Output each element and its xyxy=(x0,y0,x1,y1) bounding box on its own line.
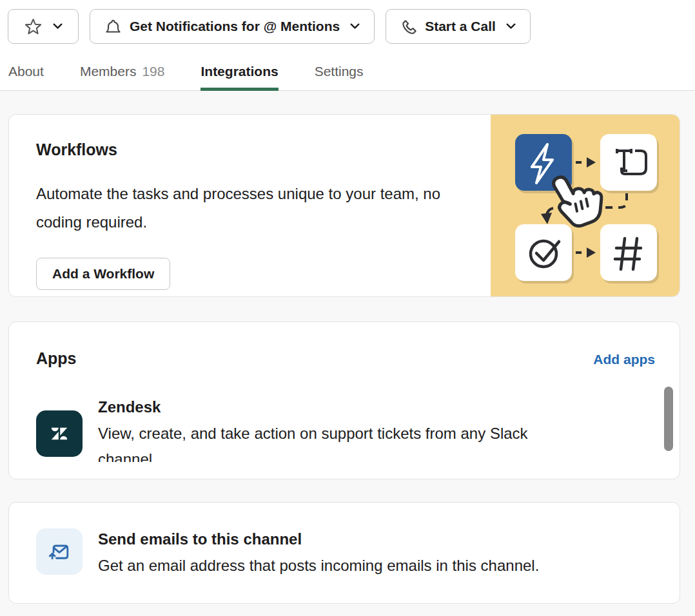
email-icon xyxy=(36,528,83,575)
check-circle-icon xyxy=(515,224,572,281)
app-text-column: Zendesk View, create, and take action on… xyxy=(98,398,575,462)
chevron-down-icon xyxy=(53,23,63,30)
start-call-button[interactable]: Start a Call xyxy=(386,9,531,44)
apps-title: Apps xyxy=(36,349,77,368)
workflows-card: Workflows Automate the tasks and process… xyxy=(8,114,680,297)
chevron-down-icon xyxy=(506,23,516,30)
tab-label: Members xyxy=(80,64,137,79)
apps-scrollbar-thumb[interactable] xyxy=(664,387,673,451)
text-field-icon xyxy=(600,134,657,191)
integrations-panel: Workflows Automate the tasks and process… xyxy=(0,91,695,604)
phone-icon xyxy=(400,18,417,35)
send-emails-title: Send emails to this channel xyxy=(98,530,539,549)
channel-details-header: Get Notifications for @ Mentions Start a… xyxy=(0,0,695,91)
add-workflow-button[interactable]: Add a Workflow xyxy=(36,258,170,290)
tab-members[interactable]: Members198 xyxy=(80,64,165,91)
workflows-illustration xyxy=(491,115,680,296)
email-text-column: Send emails to this channel Get an email… xyxy=(98,530,539,577)
star-icon xyxy=(24,17,43,36)
workflows-description: Automate the tasks and processes unique … xyxy=(36,180,442,236)
send-emails-row[interactable]: Send emails to this channel Get an email… xyxy=(9,503,680,577)
tab-label: Settings xyxy=(315,64,364,79)
tab-label: Integrations xyxy=(201,64,278,79)
chevron-down-icon xyxy=(350,23,360,30)
tab-about[interactable]: About xyxy=(8,64,44,91)
apps-list: Zendesk View, create, and take action on… xyxy=(9,371,680,462)
apps-header: Apps Add apps xyxy=(9,322,680,368)
app-description: View, create, and take action on support… xyxy=(98,421,575,462)
zendesk-logo xyxy=(36,410,83,457)
members-count: 198 xyxy=(142,64,164,79)
tab-bar: About Members198 Integrations Settings xyxy=(0,64,695,91)
notifications-button-label: Get Notifications for @ Mentions xyxy=(130,19,340,34)
bell-icon xyxy=(104,18,122,35)
tab-settings[interactable]: Settings xyxy=(315,64,364,91)
app-list-item-zendesk[interactable]: Zendesk View, create, and take action on… xyxy=(9,371,680,462)
star-menu-button[interactable] xyxy=(8,9,79,44)
start-call-button-label: Start a Call xyxy=(425,19,496,34)
tab-label: About xyxy=(8,64,44,79)
apps-card: Apps Add apps Zendesk xyxy=(8,322,680,479)
notifications-button[interactable]: Get Notifications for @ Mentions xyxy=(90,9,375,44)
send-emails-description: Get an email address that posts incoming… xyxy=(98,554,539,577)
tab-integrations[interactable]: Integrations xyxy=(201,64,278,91)
send-emails-card: Send emails to this channel Get an email… xyxy=(8,502,680,604)
toolbar: Get Notifications for @ Mentions Start a… xyxy=(0,0,695,44)
add-apps-link[interactable]: Add apps xyxy=(593,352,655,367)
channel-hash-icon xyxy=(600,224,657,281)
app-name: Zendesk xyxy=(98,398,575,417)
hand-cursor-icon xyxy=(553,169,607,229)
